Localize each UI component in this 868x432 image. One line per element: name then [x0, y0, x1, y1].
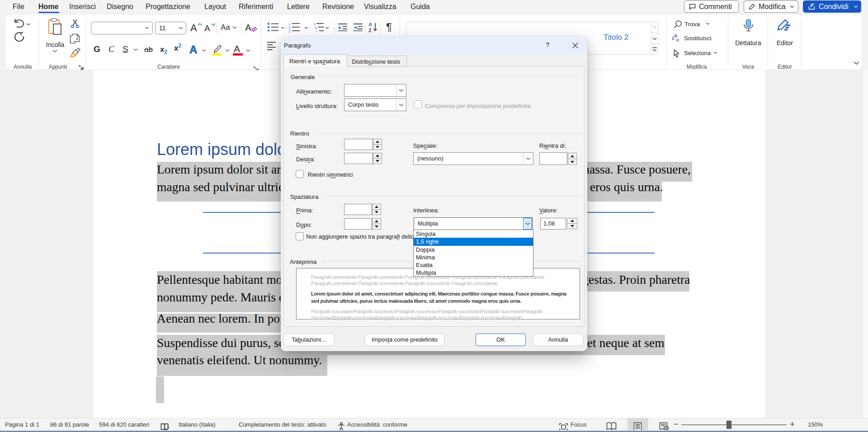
- svg-text:A: A: [368, 22, 372, 27]
- svg-text:Z: Z: [368, 28, 372, 33]
- svg-text:i: i: [316, 29, 317, 33]
- svg-text:3: 3: [288, 29, 291, 33]
